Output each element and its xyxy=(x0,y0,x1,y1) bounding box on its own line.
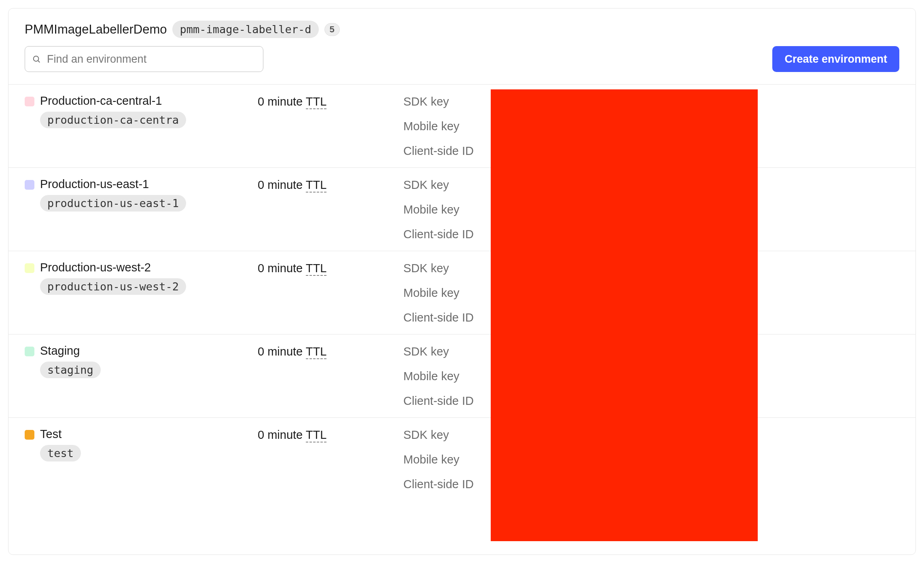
env-color-swatch xyxy=(25,180,34,190)
ttl-value: 0 minute xyxy=(258,345,306,358)
environments-list: Production-ca-central-1 production-ca-ce… xyxy=(8,85,916,501)
ttl-value: 0 minute xyxy=(258,262,306,275)
search-wrap xyxy=(25,46,263,72)
env-key-pill: production-ca-centra xyxy=(40,112,186,128)
env-color-swatch xyxy=(25,263,34,273)
env-ttl: 0 minute TTL xyxy=(258,94,403,108)
ttl-abbr: TTL xyxy=(306,95,327,109)
project-slug-pill: pmm-image-labeller-d xyxy=(172,21,318,38)
svg-line-1 xyxy=(38,61,40,62)
environment-row[interactable]: Staging staging 0 minute TTL SDK key Mob… xyxy=(8,334,916,418)
env-name-column: Production-us-east-1 production-us-east-… xyxy=(25,178,258,212)
project-title: PMMImageLabellerDemo xyxy=(25,22,167,37)
env-name-column: Staging staging xyxy=(25,344,258,378)
env-color-swatch xyxy=(25,430,34,440)
panel-header: PMMImageLabellerDemo pmm-image-labeller-… xyxy=(8,8,916,85)
environment-row[interactable]: Production-ca-central-1 production-ca-ce… xyxy=(8,85,916,168)
env-key-pill: test xyxy=(40,445,81,461)
env-color-swatch xyxy=(25,347,34,356)
env-name: Staging xyxy=(40,344,101,358)
environment-row[interactable]: Production-us-west-2 production-us-west-… xyxy=(8,251,916,334)
environment-row[interactable]: Test test 0 minute TTL SDK key Mobile ke… xyxy=(8,418,916,501)
env-key-pill: production-us-west-2 xyxy=(40,278,186,295)
env-name-block: Staging staging xyxy=(40,344,101,378)
env-name-block: Production-us-west-2 production-us-west-… xyxy=(40,261,186,295)
env-name-column: Test test xyxy=(25,428,258,461)
env-ttl: 0 minute TTL xyxy=(258,178,403,192)
env-name-column: Production-us-west-2 production-us-west-… xyxy=(25,261,258,295)
ttl-abbr: TTL xyxy=(306,428,327,442)
search-input[interactable] xyxy=(25,46,263,72)
environment-count-badge: 5 xyxy=(324,23,340,36)
create-environment-button[interactable]: Create environment xyxy=(772,46,899,72)
env-name: Production-us-east-1 xyxy=(40,178,186,191)
ttl-value: 0 minute xyxy=(258,178,306,191)
svg-point-0 xyxy=(34,56,39,61)
env-name: Test xyxy=(40,428,81,441)
ttl-abbr: TTL xyxy=(306,345,327,359)
env-ttl: 0 minute TTL xyxy=(258,344,403,358)
ttl-abbr: TTL xyxy=(306,178,327,193)
controls-row: Create environment xyxy=(25,46,899,72)
env-name-block: Production-us-east-1 production-us-east-… xyxy=(40,178,186,212)
title-row: PMMImageLabellerDemo pmm-image-labeller-… xyxy=(25,21,899,38)
env-key-pill: staging xyxy=(40,362,101,378)
redaction-overlay xyxy=(491,89,758,541)
env-name-block: Test test xyxy=(40,428,81,461)
ttl-value: 0 minute xyxy=(258,95,306,108)
ttl-value: 0 minute xyxy=(258,428,306,441)
environment-row[interactable]: Production-us-east-1 production-us-east-… xyxy=(8,168,916,251)
env-key-pill: production-us-east-1 xyxy=(40,195,186,212)
env-name: Production-us-west-2 xyxy=(40,261,186,274)
ttl-abbr: TTL xyxy=(306,262,327,276)
env-name-column: Production-ca-central-1 production-ca-ce… xyxy=(25,94,258,128)
environments-panel: PMMImageLabellerDemo pmm-image-labeller-… xyxy=(8,8,916,555)
env-ttl: 0 minute TTL xyxy=(258,261,403,275)
env-color-swatch xyxy=(25,97,34,106)
env-ttl: 0 minute TTL xyxy=(258,428,403,442)
env-name: Production-ca-central-1 xyxy=(40,94,186,108)
env-name-block: Production-ca-central-1 production-ca-ce… xyxy=(40,94,186,128)
search-icon xyxy=(32,55,41,63)
